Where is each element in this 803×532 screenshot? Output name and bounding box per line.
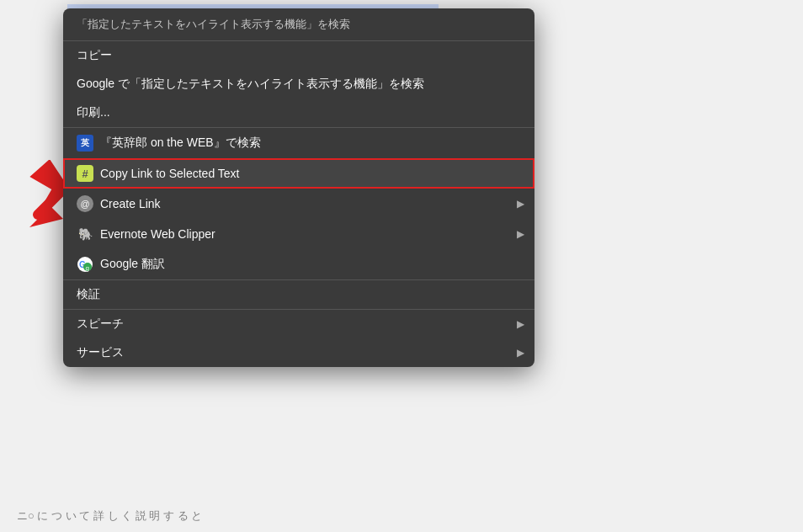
menu-section-inspect: 検証 [63,280,534,310]
menu-item-speech[interactable]: スピーチ ▶ [63,310,534,338]
menu-item-copy[interactable]: コピー [63,41,534,70]
google-translate-icon: G g [77,256,93,273]
services-submenu-arrow: ▶ [517,347,524,359]
copy-link-label: Copy Link to Selected Text [100,167,521,180]
menu-section-speech-services: スピーチ ▶ サービス ▶ [63,310,534,367]
menu-item-eiken[interactable]: 英 『英辞郎 on the WEB』で検索 [63,128,534,158]
google-search-label: Google で「指定したテキストをハイライト表示する機能」を検索 [77,77,521,92]
menu-section-extensions: 英 『英辞郎 on the WEB』で検索 # Copy Link to Sel… [63,128,534,280]
evernote-submenu-arrow: ▶ [517,228,524,240]
create-link-submenu-arrow: ▶ [517,198,524,210]
menu-item-search-header[interactable]: 「指定したテキストをハイライト表示する機能」を検索 [63,8,534,40]
context-menu: 「指定したテキストをハイライト表示する機能」を検索 コピー Google で「指… [63,8,534,367]
verify-label: 検証 [77,287,521,302]
at-icon: @ [77,195,93,212]
create-link-label: Create Link [100,197,521,210]
menu-item-print[interactable]: 印刷... [63,98,534,127]
evernote-icon: 🐘 [77,226,93,242]
google-translate-label: Google 翻訳 [100,257,521,272]
menu-item-google-search[interactable]: Google で「指定したテキストをハイライト表示する機能」を検索 [63,70,534,98]
bottom-page-text: ニ○ に つ い て 詳 し く 説 明 す る と [17,508,202,524]
eiken-icon: 英 [77,135,93,152]
menu-item-evernote[interactable]: 🐘 Evernote Web Clipper ▶ [63,219,534,249]
eiken-label: 『英辞郎 on the WEB』で検索 [100,136,521,151]
menu-item-create-link[interactable]: @ Create Link ▶ [63,189,534,219]
services-label: サービス [77,345,521,360]
menu-item-verify[interactable]: 検証 [63,280,534,309]
search-header-text: 「指定したテキストをハイライト表示する機能」を検索 [77,17,521,32]
menu-item-services[interactable]: サービス ▶ [63,338,534,367]
menu-item-google-translate[interactable]: G g Google 翻訳 [63,249,534,279]
speech-label: スピーチ [77,317,521,332]
hash-icon: # [77,165,93,182]
svg-text:g: g [86,264,89,272]
print-label: 印刷... [77,105,521,120]
menu-section-search: 「指定したテキストをハイライト表示する機能」を検索 [63,8,534,41]
evernote-label: Evernote Web Clipper [100,227,521,241]
speech-submenu-arrow: ▶ [517,318,524,330]
copy-label: コピー [77,48,521,63]
menu-section-copy: コピー Google で「指定したテキストをハイライト表示する機能」を検索 印刷… [63,41,534,128]
menu-item-copy-link[interactable]: # Copy Link to Selected Text [63,158,534,189]
